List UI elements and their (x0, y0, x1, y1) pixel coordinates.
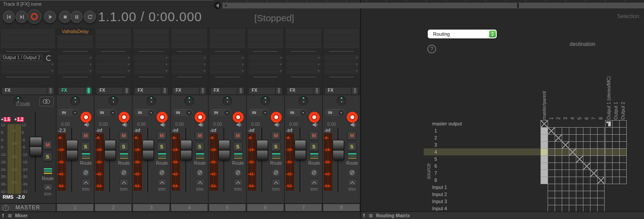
master-name-cell[interactable]: MASTER (0, 203, 56, 211)
matrix-cell[interactable] (569, 170, 576, 177)
matrix-cell[interactable] (562, 134, 569, 142)
send-slot[interactable] (286, 55, 321, 61)
fx-enable-indicator[interactable] (164, 88, 166, 93)
solo-button[interactable]: S (309, 142, 318, 151)
volume-fader[interactable] (104, 140, 116, 160)
input-select-button[interactable]: IN (96, 109, 117, 116)
phase-button[interactable] (158, 169, 165, 176)
matrix-cell[interactable] (540, 134, 548, 142)
solo-button[interactable]: S (81, 142, 90, 151)
matrix-cell[interactable] (548, 177, 555, 184)
matrix-cell[interactable] (540, 127, 548, 135)
matrix-cell[interactable] (576, 162, 583, 170)
pan-knob[interactable] (299, 96, 308, 106)
mute-button[interactable]: M (309, 131, 318, 140)
matrix-cell[interactable] (590, 177, 598, 184)
matrix-cell[interactable] (576, 191, 583, 198)
solo-button[interactable]: S (271, 142, 280, 151)
fx-enable-indicator[interactable] (240, 88, 242, 93)
phase-button[interactable] (82, 169, 89, 176)
matrix-cell[interactable] (576, 141, 583, 149)
matrix-cell[interactable] (548, 148, 555, 156)
fx-enable-indicator[interactable] (278, 88, 280, 93)
matrix-cell[interactable] (605, 170, 613, 177)
fx-button[interactable]: FX (58, 87, 92, 95)
trim-button[interactable] (81, 179, 91, 186)
transport-repeat-button[interactable] (84, 11, 96, 23)
fx-slot[interactable] (58, 42, 93, 48)
fx-slot[interactable] (96, 29, 131, 35)
matrix-cell[interactable] (590, 170, 598, 177)
volume-fader[interactable] (257, 140, 268, 160)
matrix-cell[interactable] (576, 134, 583, 142)
fx-slot[interactable] (172, 42, 207, 48)
fx-slot[interactable] (248, 35, 283, 42)
fx-slot[interactable] (1, 35, 55, 42)
matrix-cell[interactable] (597, 170, 605, 177)
send-slot[interactable] (248, 68, 283, 74)
stereo-mono-button[interactable] (39, 97, 54, 106)
matrix-cell[interactable] (569, 177, 576, 184)
matrix-cell[interactable] (619, 148, 627, 156)
solo-button[interactable]: S (347, 142, 356, 151)
dropdown-stepper-icon[interactable] (489, 30, 496, 38)
fx-button[interactable]: FX (324, 87, 359, 95)
matrix-cell[interactable] (569, 198, 576, 205)
send-slot[interactable] (58, 68, 93, 74)
fx-slot[interactable] (248, 42, 283, 48)
matrix-cell[interactable] (555, 184, 562, 191)
fx-enable-indicator[interactable] (88, 88, 90, 93)
fx-slot[interactable] (134, 35, 169, 42)
monitor-speaker-icon[interactable] (84, 121, 90, 127)
route-button[interactable] (43, 167, 53, 175)
fx-slot[interactable] (210, 42, 245, 48)
track-name-cell[interactable]: 5 (209, 203, 246, 211)
trim-button[interactable] (234, 179, 243, 186)
matrix-cell[interactable] (605, 162, 613, 170)
matrix-cell[interactable] (612, 177, 620, 184)
pan-knob[interactable] (146, 96, 156, 106)
volume-fader[interactable] (66, 140, 78, 160)
matrix-cell[interactable] (583, 162, 590, 170)
matrix-cell[interactable] (548, 155, 555, 163)
input-select-button[interactable]: IN (172, 109, 193, 116)
mute-button[interactable]: M (119, 131, 128, 140)
matrix-cell[interactable] (562, 141, 569, 149)
matrix-cell[interactable] (590, 127, 598, 135)
matrix-cell[interactable] (597, 141, 605, 149)
matrix-cell[interactable] (597, 134, 605, 142)
matrix-cell[interactable] (576, 184, 583, 191)
matrix-cell[interactable] (540, 177, 548, 184)
fx-enable-indicator[interactable] (354, 88, 356, 93)
mute-button[interactable]: M (43, 140, 52, 149)
fx-slot[interactable] (248, 29, 283, 35)
volume-readout[interactable]: 0.00 (327, 122, 336, 127)
matrix-cell[interactable] (569, 148, 576, 156)
trim-button[interactable] (43, 184, 53, 191)
send-slot[interactable] (96, 55, 131, 61)
matrix-cell[interactable] (583, 148, 590, 156)
fx-slot[interactable] (286, 29, 321, 35)
send-slot[interactable] (324, 68, 359, 74)
fx-slot[interactable] (286, 42, 321, 48)
fx-slot[interactable] (172, 35, 207, 42)
matrix-cell[interactable] (612, 134, 620, 142)
info-icon[interactable] (3, 205, 9, 211)
matrix-cell[interactable] (569, 134, 576, 142)
matrix-cell[interactable] (555, 177, 562, 184)
matrix-cell[interactable] (540, 141, 548, 149)
tab-mixer[interactable]: Mixer (15, 213, 28, 218)
matrix-cell[interactable] (590, 198, 598, 205)
send-pan-knob[interactable] (46, 55, 52, 61)
volume-fader[interactable] (218, 140, 230, 160)
matrix-cell[interactable] (590, 141, 598, 149)
send-slot[interactable] (210, 55, 245, 61)
track-name-cell[interactable]: 3 (133, 203, 170, 211)
pan-knob[interactable] (70, 96, 80, 106)
mute-button[interactable]: M (347, 131, 356, 140)
matrix-cell[interactable] (562, 155, 569, 163)
matrix-cell[interactable] (583, 155, 590, 163)
send-slot[interactable] (58, 61, 93, 68)
volume-fader[interactable] (295, 140, 306, 160)
matrix-cell[interactable] (555, 148, 562, 156)
